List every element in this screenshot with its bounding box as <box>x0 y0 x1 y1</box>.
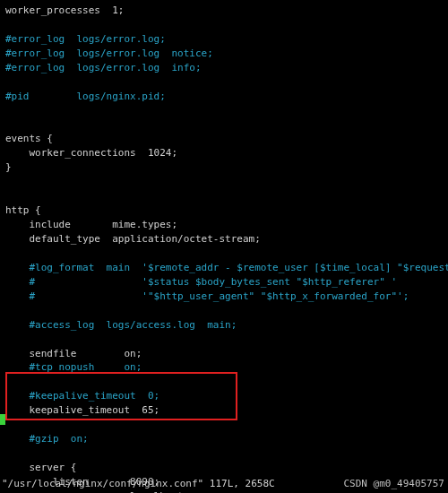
code-line: worker_connections 1024; <box>5 146 443 160</box>
code-line <box>5 304 443 318</box>
csdn-watermark: CSDN @m0_49405757 <box>343 477 444 491</box>
code-line: #pid logs/nginx.pid; <box>5 90 443 104</box>
code-line: #error_log logs/error.log; <box>5 32 443 47</box>
code-line: include mime.types; <box>5 218 443 232</box>
code-line <box>5 118 443 133</box>
code-line: #access_log logs/access.log main; <box>5 318 443 333</box>
code-line: } <box>5 160 443 175</box>
code-line <box>5 175 443 189</box>
code-line: worker_processes 1; <box>5 4 443 18</box>
code-line: http { <box>5 203 443 218</box>
code-line <box>5 75 443 90</box>
code-line: #gzip on; <box>5 432 443 446</box>
vim-status-line: "/usr/local/nginx/conf/nginx.conf" 117L,… <box>2 477 275 491</box>
code-line: #error_log logs/error.log notice; <box>5 47 443 61</box>
code-line: server { <box>5 461 443 475</box>
code-line: # '"$http_user_agent" "$http_x_forwarded… <box>5 290 443 304</box>
code-line <box>5 104 443 118</box>
code-line <box>5 246 443 261</box>
highlight-rectangle <box>5 372 237 420</box>
code-line <box>5 333 443 347</box>
code-line: # '$status $body_bytes_sent "$http_refer… <box>5 275 443 290</box>
editor-cursor <box>0 414 5 425</box>
code-line: default_type application/octet-stream; <box>5 232 443 246</box>
code-line: #error_log logs/error.log info; <box>5 61 443 75</box>
code-line: sendfile on; <box>5 347 443 361</box>
code-line <box>5 18 443 32</box>
code-line <box>5 189 443 203</box>
code-line: events { <box>5 132 443 146</box>
code-line: #log_format main '$remote_addr - $remote… <box>5 261 443 275</box>
code-line <box>5 446 443 461</box>
